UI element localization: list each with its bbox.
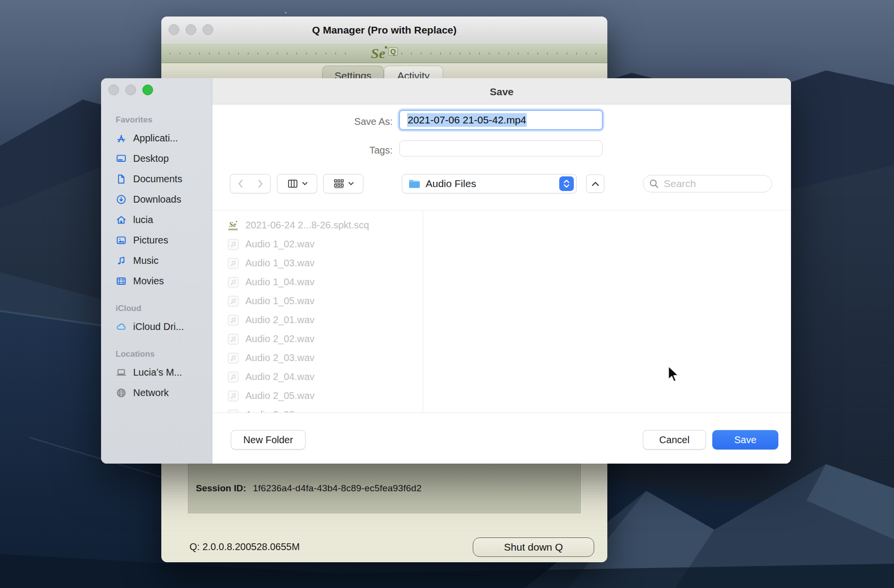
grid-icon [333,179,344,189]
file-icon [227,409,240,413]
sidebar-item-label: Pictures [133,235,168,246]
sidebar-item[interactable]: Downloads [105,189,208,209]
sidebar-item[interactable]: Documents [105,169,208,189]
save-button[interactable]: Save [712,430,778,450]
filename-selected-text: 2021-07-06 21-05-42.mp4 [407,113,527,127]
tags-label: Tags: [212,145,393,156]
file-row[interactable]: Audio 2_02.wav [212,329,423,348]
q-manager-title: Q Manager (Pro with Replace) [161,17,607,43]
locations-list: Lucia’s M... Network [105,362,208,403]
file-row[interactable]: Audio 2_05.wav [212,386,423,405]
sidebar-item-icon [116,235,127,246]
sidebar-item-label: Lucia’s M... [133,367,182,378]
file-name: Audio 1_05.wav [245,295,314,307]
dialog-footer: New Folder Cancel Save [212,413,791,464]
mouse-cursor [667,365,681,385]
file-row[interactable]: Audio 2_03.wav [212,348,423,367]
sidebar-item[interactable]: Pictures [105,230,208,250]
sidebar-item[interactable]: Lucia’s M... [105,362,208,382]
sidebar-item-label: Downloads [133,194,181,205]
column-divider [423,210,423,413]
file-row[interactable]: Audio 2_04.wav [212,367,423,386]
file-icon [227,390,240,402]
file-icon [227,219,240,232]
close-icon[interactable] [108,85,119,95]
file-name: Audio 2_02.wav [245,333,314,345]
save-as-label: Save As: [212,116,393,127]
sidebar-item[interactable]: Network [105,382,208,403]
file-row[interactable]: Audio 1_04.wav [212,273,423,292]
minimize-icon[interactable] [125,85,136,95]
sidebar-item-label: lucia [133,214,153,225]
search-icon [649,179,659,189]
chevron-left-icon [238,179,243,188]
filename-input[interactable]: 2021-07-06 21-05-42.mp4 [399,110,602,130]
sidebar-item[interactable]: Applicati... [105,128,208,148]
group-view-button[interactable] [323,174,363,193]
file-row[interactable]: Audio 2_06.wav [212,405,423,413]
sidebar-item[interactable]: Music [105,250,208,271]
file-row[interactable]: Audio 1_05.wav [212,292,423,311]
sidebar-item[interactable]: Desktop [105,148,208,169]
file-icon [227,257,240,270]
file-icon [227,276,240,289]
search-field[interactable] [643,175,772,192]
file-row[interactable]: Audio 1_03.wav [212,254,423,273]
sidebar-item-icon [116,153,127,164]
sidebar-scroll-area[interactable]: Favorites Applicati... Desktop [101,110,212,403]
file-row[interactable]: Audio 2_01.wav [212,311,423,329]
file-name: Audio 1_03.wav [245,258,314,269]
new-folder-button[interactable]: New Folder [231,430,306,450]
sidebar-item-label: Desktop [133,153,169,164]
sidebar-item-icon [116,276,127,287]
history-nav-segment [230,174,271,193]
q-manager-titlebar[interactable]: Q Manager (Pro with Replace) [161,17,607,43]
zoom-icon[interactable] [142,85,153,95]
sidebar-header-locations: Locations [105,345,208,362]
save-dialog: Favorites Applicati... Desktop [101,78,791,464]
se-logo: Se Q [161,43,607,64]
icloud-drive-icon [116,321,127,332]
forward-button[interactable] [250,174,270,193]
file-row[interactable]: 2021-06-24 2...8-26.spkt.scq [212,216,423,235]
location-icon [116,387,127,398]
icloud-list: iCloud Dri... [105,316,208,337]
dropdown-stepper-icon[interactable] [559,176,574,191]
sidebar-item[interactable]: iCloud Dri... [105,316,208,337]
search-input[interactable] [663,177,757,190]
folder-path-dropdown[interactable]: Audio Files [402,174,577,193]
sidebar-item-icon [116,194,127,205]
folder-path-label: Audio Files [426,178,476,190]
file-name: Audio 2_05.wav [245,390,314,401]
sidebar-item[interactable]: Movies [105,271,208,291]
file-list[interactable]: 2021-06-24 2...8-26.spkt.scq Audio 1_02.… [212,210,423,413]
chevron-up-icon [592,182,599,186]
file-row[interactable]: Audio 1_02.wav [212,235,423,254]
sidebar-item-label: Documents [133,173,182,185]
sidebar-item-label: Music [133,255,158,266]
sidebar-item-icon [116,133,127,144]
shutdown-q-button[interactable]: Shut down Q [473,537,594,557]
back-button[interactable] [230,174,250,193]
sidebar-item-label: iCloud Dri... [133,321,184,332]
sidebar-section-icloud: iCloud iCloud Dri... [105,299,208,337]
column-view-button[interactable] [277,174,317,193]
file-rows: 2021-06-24 2...8-26.spkt.scq Audio 1_02.… [212,210,423,413]
q-manager-logo-band: Se Q [161,43,607,63]
dialog-body: Save As: 2021-07-06 21-05-42.mp4 Tags: [212,104,791,464]
sidebar-section-locations: Locations Lucia’s M... Network [105,345,208,403]
session-id-label: Session ID: [196,483,246,494]
up-directory-button[interactable] [586,174,604,193]
file-icon [227,314,240,327]
sidebar-item[interactable]: lucia [105,209,208,230]
sidebar-header-icloud: iCloud [105,299,208,316]
sidebar-item-label: Network [133,387,169,398]
tags-input[interactable] [399,140,602,156]
cancel-button[interactable]: Cancel [643,430,706,450]
file-name: Audio 2_01.wav [245,314,314,326]
file-name: Audio 2_04.wav [245,371,314,382]
dialog-traffic-lights [108,85,153,95]
file-name: Audio 1_02.wav [245,239,314,250]
file-icon [227,371,240,383]
file-name: Audio 2_06.wav [245,409,314,413]
